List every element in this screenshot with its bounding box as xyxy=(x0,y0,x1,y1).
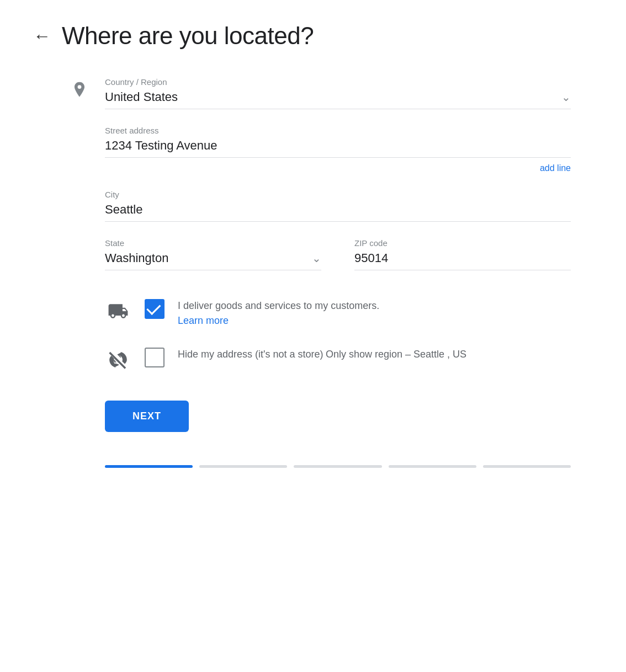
progress-segment-1 xyxy=(105,465,193,468)
progress-bar xyxy=(105,460,571,468)
form-area: Country / Region United States ⌄ Street … xyxy=(33,77,593,468)
country-dropdown[interactable]: United States ⌄ xyxy=(105,90,571,109)
country-label: Country / Region xyxy=(105,77,571,87)
truck-icon xyxy=(105,298,131,324)
state-chevron-icon: ⌄ xyxy=(312,252,321,265)
progress-segment-4 xyxy=(389,465,476,468)
state-value: Washington xyxy=(105,251,168,265)
deliver-main-text: I deliver goods and services to my custo… xyxy=(178,300,379,311)
next-button[interactable]: NEXT xyxy=(105,401,189,432)
city-field-group: City Seattle xyxy=(105,190,571,222)
no-store-icon xyxy=(105,346,131,373)
state-zip-row: State Washington ⌄ ZIP code 95014 xyxy=(105,238,571,270)
deliver-checkbox-row: I deliver goods and services to my custo… xyxy=(105,298,571,327)
street-input[interactable]: 1234 Testing Avenue xyxy=(105,138,571,158)
hide-address-text: Hide my address (it's not a store) Only … xyxy=(178,346,571,361)
header: ← Where are you located? xyxy=(33,22,593,50)
street-field-group: Street address 1234 Testing Avenue add l… xyxy=(105,126,571,173)
city-label: City xyxy=(105,190,571,199)
zip-field-group: ZIP code 95014 xyxy=(354,238,571,270)
hide-main-text: Hide my address (it's not a store) xyxy=(178,349,323,360)
add-line-row: add line xyxy=(105,163,571,173)
location-pin-icon xyxy=(72,82,87,105)
deliver-checkbox[interactable] xyxy=(145,299,165,319)
deliver-checkbox-text: I deliver goods and services to my custo… xyxy=(178,298,571,327)
state-field-group: State Washington ⌄ xyxy=(105,238,321,270)
zip-label: ZIP code xyxy=(354,238,571,248)
checkbox-section: I deliver goods and services to my custo… xyxy=(105,298,571,373)
progress-segment-3 xyxy=(294,465,381,468)
hide-sub-text: Only show region – Seattle , US xyxy=(326,349,466,360)
page-title: Where are you located? xyxy=(62,22,314,50)
back-button[interactable]: ← xyxy=(33,27,51,45)
country-chevron-icon: ⌄ xyxy=(561,90,571,104)
state-label: State xyxy=(105,238,321,248)
street-value: 1234 Testing Avenue xyxy=(105,138,217,152)
street-label: Street address xyxy=(105,126,571,135)
learn-more-link[interactable]: Learn more xyxy=(178,315,571,327)
hide-address-checkbox-row: Hide my address (it's not a store) Only … xyxy=(105,346,571,373)
page-container: ← Where are you located? Country / Regio… xyxy=(0,0,626,501)
state-dropdown[interactable]: Washington ⌄ xyxy=(105,251,321,270)
add-line-button[interactable]: add line xyxy=(540,163,571,173)
country-value: United States xyxy=(105,90,178,104)
hide-address-checkbox[interactable] xyxy=(145,348,165,367)
country-field-group: Country / Region United States ⌄ xyxy=(105,77,571,109)
city-value: Seattle xyxy=(105,202,143,216)
progress-segment-2 xyxy=(199,465,287,468)
progress-segment-5 xyxy=(483,465,571,468)
city-input[interactable]: Seattle xyxy=(105,202,571,217)
zip-value: 95014 xyxy=(354,251,388,265)
zip-input[interactable]: 95014 xyxy=(354,251,571,270)
